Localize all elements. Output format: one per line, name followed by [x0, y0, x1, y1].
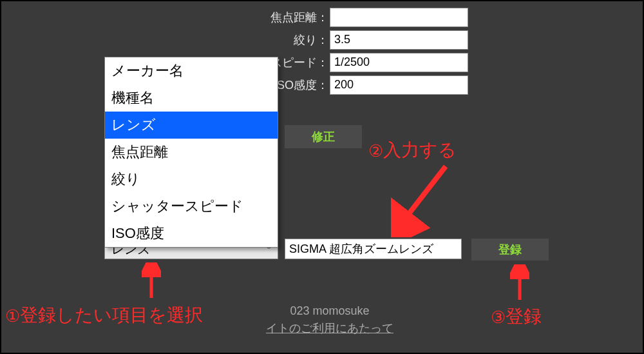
dropdown-item-lens[interactable]: レンズ: [105, 112, 278, 139]
aperture-input[interactable]: [330, 30, 468, 50]
value-input[interactable]: [285, 239, 462, 259]
modify-button[interactable]: 修正: [285, 125, 362, 148]
dropdown-item-aperture[interactable]: 絞り: [105, 166, 278, 193]
focal-length-input[interactable]: [330, 8, 468, 27]
dropdown-item-model[interactable]: 機種名: [105, 84, 278, 112]
focal-length-label: 焦点距離：: [1, 10, 330, 25]
aperture-label: 絞り：: [1, 32, 330, 48]
dropdown-item-iso[interactable]: ISO感度: [105, 220, 278, 247]
shutter-input[interactable]: [330, 53, 468, 72]
footer: 023 momosuke イトのご利用にあたって: [252, 304, 407, 336]
iso-input[interactable]: [330, 75, 468, 95]
dropdown-item-focal[interactable]: 焦点距離: [105, 139, 278, 166]
annotation-step3: ③登録: [491, 304, 542, 329]
field-dropdown-list[interactable]: メーカー名 機種名 レンズ 焦点距離 絞り シャッタースピード ISO感度: [104, 57, 278, 248]
dropdown-item-maker[interactable]: メーカー名: [105, 57, 278, 84]
footer-copyright: 023 momosuke: [290, 304, 369, 317]
footer-terms-link[interactable]: イトのご利用にあたって: [252, 320, 407, 336]
dropdown-item-shutter[interactable]: シャッタースピード: [105, 193, 278, 220]
svg-line-0: [401, 166, 446, 224]
arrow-icon: [391, 160, 462, 237]
annotation-step1: ①登録したい項目を選択: [5, 303, 203, 328]
arrow-icon: [142, 262, 161, 301]
annotation-step2: ②入力する: [368, 138, 457, 162]
arrow-icon: [510, 264, 529, 303]
register-button[interactable]: 登録: [471, 239, 549, 261]
